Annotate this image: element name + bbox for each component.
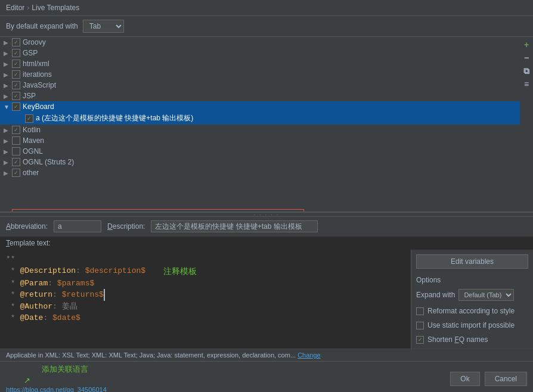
description-label: Description: (107, 222, 145, 231)
content-area: ▶ ✓ Groovy ▶ ✓ GSP ▶ ✓ html/xml ▶ ✓ iter… (0, 37, 533, 392)
arrow-gsp: ▶ (4, 50, 12, 57)
label-groovy: Groovy (23, 38, 46, 46)
tree-panel[interactable]: ▶ ✓ Groovy ▶ ✓ GSP ▶ ✓ html/xml ▶ ✓ iter… (0, 37, 533, 212)
label-maven: Maven (23, 136, 44, 145)
label-keyboard-a: a (左边这个是模板的快捷键 快捷键+tab 输出模板) (36, 113, 193, 123)
bottom-bar: 添加关联语言 ↗ https://blog.csdn.net/qq_345060… (0, 361, 533, 392)
arrow-iterations: ▶ (4, 71, 12, 78)
reformat-checkbox[interactable] (416, 307, 424, 315)
template-text-label: Template text: (0, 237, 533, 250)
copy-template-button[interactable]: ⧉ (521, 66, 532, 76)
arrow-htmlxml: ▶ (4, 61, 12, 67)
label-ognl: OGNL (23, 147, 43, 155)
expand-with-label: By default expand with (6, 22, 78, 30)
title-live-templates: Live Templates (32, 4, 79, 12)
tree-item-jsp[interactable]: ▶ ✓ JSP (0, 91, 533, 101)
arrow-annotation: ↗ (24, 376, 30, 385)
code-line-1: ** (6, 253, 405, 265)
checkbox-ognl-struts[interactable]: ✓ (12, 158, 20, 166)
keyboard-group: ▼ ✓ KeyBoard ✓ a (左边这个是模板的快捷键 快捷键+tab 输出… (0, 101, 533, 125)
tree-item-kotlin[interactable]: ▶ ✓ Kotlin (0, 125, 533, 135)
checkbox-jsp[interactable]: ✓ (12, 92, 20, 100)
cancel-button[interactable]: Cancel (485, 372, 527, 386)
label-htmlxml: html/xml (23, 60, 49, 68)
arrow-maven: ▶ (4, 138, 12, 144)
checkbox-kotlin[interactable]: ✓ (12, 126, 20, 134)
bottom-buttons: Ok Cancel (450, 372, 527, 386)
expand-with-option-select[interactable]: Default (Tab) Tab Enter Space (458, 289, 514, 301)
tree-item-other[interactable]: ▶ ✓ other (0, 167, 533, 178)
change-link[interactable]: Change (298, 351, 321, 359)
label-jsp: JSP (23, 92, 36, 100)
title-separator: › (27, 4, 29, 12)
arrow-kotlin: ▶ (4, 127, 12, 133)
tree-item-ognl[interactable]: ▶ ✓ OGNL (0, 146, 533, 157)
code-line-6: * @Date: $date$ (6, 312, 405, 324)
label-javascript: JavaScript (23, 81, 56, 89)
label-ognl-struts: OGNL (Struts 2) (23, 158, 74, 166)
abbreviation-input[interactable] (54, 220, 101, 232)
title-editor: Editor (6, 4, 24, 12)
checkbox-htmlxml[interactable]: ✓ (12, 60, 20, 68)
tree-item-maven[interactable]: ▶ ✓ Maven (0, 135, 533, 146)
code-display[interactable]: ** * @Description: $description$ 注释模板 * … (0, 250, 411, 349)
add-lang-annotation: 添加关联语言 (42, 364, 88, 375)
checkbox-keyboard-a[interactable]: ✓ (25, 114, 33, 123)
tree-item-keyboard[interactable]: ▼ ✓ KeyBoard (0, 101, 533, 112)
label-iterations: iterations (23, 70, 52, 79)
tree-item-javascript[interactable]: ▶ ✓ JavaScript (0, 80, 533, 91)
title-bar: Editor › Live Templates (0, 0, 533, 16)
checkbox-groovy[interactable]: ✓ (12, 38, 20, 46)
tree-item-groovy[interactable]: ▶ ✓ Groovy (0, 37, 533, 48)
header-bar: By default expand with Tab Enter Space (0, 16, 533, 37)
label-gsp: GSP (23, 49, 38, 57)
checkbox-iterations[interactable]: ✓ (12, 70, 20, 79)
shorten-fq-checkbox[interactable]: ✓ (416, 336, 424, 344)
shorten-fq-label: Shorten FQ names (427, 335, 488, 344)
code-line-3: * @Param: $params$ (6, 278, 405, 290)
bottom-panel: Abbreviation: Description: Template text… (0, 217, 533, 392)
shorten-fq-option-row: ✓ Shorten FQ names (416, 335, 528, 344)
label-keyboard: KeyBoard (23, 102, 54, 111)
reformat-option-row: Reformat according to style (416, 307, 528, 315)
arrow-groovy: ▶ (4, 39, 12, 46)
editor-area-container: ** * @Description: $description$ 注释模板 * … (0, 250, 533, 349)
tree-item-keyboard-a[interactable]: ✓ a (左边这个是模板的快捷键 快捷键+tab 输出模板) (0, 112, 533, 125)
arrow-ognl-struts: ▶ (4, 159, 12, 166)
splitter[interactable]: · · · · · (0, 212, 533, 217)
abbreviation-row: Abbreviation: Description: (0, 217, 533, 237)
expand-with-select[interactable]: Tab Enter Space (83, 20, 124, 33)
move-template-button[interactable]: ≡ (521, 79, 532, 89)
checkbox-other[interactable]: ✓ (12, 169, 20, 177)
ok-button[interactable]: Ok (450, 372, 479, 386)
arrow-ognl: ▶ (4, 148, 12, 155)
tree-item-htmlxml[interactable]: ▶ ✓ html/xml (0, 58, 533, 69)
applicable-text: Applicable in XML: XSL Text; XML: XML Te… (6, 351, 296, 359)
remove-template-button[interactable]: − (521, 52, 532, 63)
checkbox-gsp[interactable]: ✓ (12, 49, 20, 57)
code-line-4: * @return: $returns$ (6, 289, 405, 301)
checkbox-javascript[interactable]: ✓ (12, 81, 20, 89)
static-import-label: Use static import if possible (427, 321, 515, 329)
description-input[interactable] (151, 220, 318, 232)
checkbox-keyboard[interactable]: ✓ (12, 102, 20, 111)
arrow-jsp: ▶ (4, 93, 12, 99)
tree-item-gsp[interactable]: ▶ ✓ GSP (0, 48, 533, 58)
tree-item-ognl-struts[interactable]: ▶ ✓ OGNL (Struts 2) (0, 157, 533, 167)
add-template-button[interactable]: + (521, 39, 532, 50)
static-import-checkbox[interactable] (416, 322, 424, 329)
options-label: Options (416, 276, 528, 284)
checkbox-ognl[interactable]: ✓ (12, 147, 20, 155)
edit-variables-button[interactable]: Edit variables (416, 254, 528, 269)
static-import-option-row: Use static import if possible (416, 321, 528, 329)
website-link[interactable]: https://blog.csdn.net/qq_34506014 (6, 386, 107, 392)
checkbox-maven[interactable]: ✓ (12, 136, 20, 145)
right-options-panel: Edit variables Options Expand with Defau… (411, 250, 533, 349)
right-toolbar: + − ⧉ ≡ (520, 37, 533, 211)
selected-group-border (12, 209, 304, 212)
main-container: ▶ ✓ Groovy ▶ ✓ GSP ▶ ✓ html/xml ▶ ✓ iter… (0, 37, 533, 392)
reformat-label: Reformat according to style (427, 307, 515, 315)
arrow-keyboard: ▼ (4, 104, 12, 110)
tree-item-iterations[interactable]: ▶ ✓ iterations (0, 69, 533, 80)
label-kotlin: Kotlin (23, 126, 41, 134)
